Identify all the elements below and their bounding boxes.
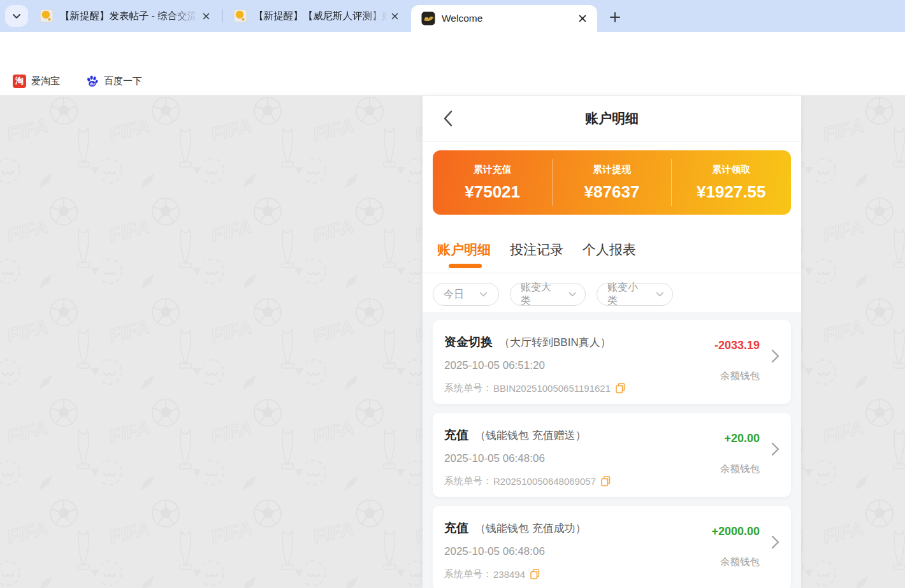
tab-close-button[interactable] [199, 9, 213, 23]
browser-toolbar: 175616.cc/reports/index [0, 32, 905, 67]
summary-label: 累计充值 [474, 164, 512, 176]
transaction-subtitle: （大厅转到BBIN真人） [499, 335, 611, 350]
wallet-label: 余额钱包 [720, 463, 760, 476]
copy-icon[interactable] [616, 383, 625, 394]
browser-tab-bar: 【新提醒】发表帖子 - 综合交流 【新提醒】【威尼斯人评测】娱 [0, 0, 905, 32]
taobao-icon: 淘 [13, 75, 26, 88]
browser-tab-2[interactable]: 【新提醒】【威尼斯人评测】娱 [226, 0, 409, 32]
bookmark-label: 百度一下 [104, 75, 142, 87]
tab-title: 【新提醒】【威尼斯人评测】娱 [254, 10, 387, 23]
chevron-right-icon[interactable] [771, 535, 779, 549]
summary-divider [552, 159, 553, 206]
divider [423, 141, 801, 142]
transaction-row[interactable]: 充值 （钱能钱包 充值赠送） 2025-10-05 06:48:06 系统单号：… [433, 413, 791, 497]
transaction-amount: -2033.19 [714, 339, 760, 352]
summary-card: 累计充值 ¥75021 累计提现 ¥87637 累计领取 ¥1927.55 [433, 150, 791, 215]
transaction-datetime: 2025-10-05 06:48:06 [444, 452, 545, 465]
svg-text:du: du [90, 81, 95, 85]
gold-dragon-favicon [421, 11, 435, 25]
page-title: 账户明细 [423, 96, 801, 141]
summary-divider [671, 159, 672, 206]
bookmark-baidu[interactable]: du 百度一下 [82, 72, 146, 90]
tab-close-button[interactable] [576, 11, 590, 25]
active-tab-underline [449, 264, 482, 268]
summary-value: ¥87637 [584, 182, 640, 202]
transaction-row[interactable]: 资金切换 （大厅转到BBIN真人） 2025-10-05 06:51:20 系统… [433, 320, 791, 404]
summary-total-claim: 累计领取 ¥1927.55 [672, 150, 791, 215]
chevron-left-icon [443, 110, 453, 127]
wallet-label: 余额钱包 [720, 556, 760, 569]
copy-icon[interactable] [601, 476, 611, 487]
order-number: R202510050648069057 [493, 476, 596, 487]
transaction-subtitle: （钱能钱包 充值赠送） [475, 428, 586, 443]
chevron-right-icon[interactable] [771, 442, 779, 456]
tab-title: 【新提醒】发表帖子 - 综合交流 [60, 10, 197, 23]
order-label: 系统单号： [444, 568, 492, 580]
bookmark-aitaobao[interactable]: 淘 爱淘宝 [9, 72, 64, 90]
transaction-type: 充值 [444, 427, 468, 443]
tab-personal-report[interactable]: 个人报表 [583, 241, 636, 259]
tab-bet-records[interactable]: 投注记录 [510, 241, 563, 259]
tab-separator [222, 10, 222, 22]
order-label: 系统单号： [444, 382, 492, 394]
close-icon [203, 13, 210, 20]
transaction-row[interactable]: 充值 （钱能钱包 充值成功） 2025-10-05 06:48:06 系统单号：… [433, 506, 791, 588]
divider [423, 273, 801, 273]
transaction-amount: +20.00 [724, 432, 760, 445]
summary-total-recharge: 累计充值 ¥75021 [433, 150, 552, 215]
bookmark-label: 爱淘宝 [31, 75, 60, 87]
filter-row: 今日 账变大类 账变小类 [433, 283, 673, 306]
plus-icon [610, 12, 620, 22]
tab-title: Welcome [442, 13, 482, 24]
transaction-type: 资金切换 [444, 334, 493, 350]
tab-search-button[interactable] [5, 5, 28, 27]
bookmarks-bar: 淘 爱淘宝 du 百度一下 [0, 67, 905, 96]
chevron-down-icon [479, 292, 488, 297]
browser-tab-active[interactable]: Welcome [411, 5, 597, 32]
filter-date-dropdown[interactable]: 今日 [433, 283, 499, 306]
wallet-label: 余额钱包 [720, 369, 760, 383]
page-back-button[interactable] [439, 110, 457, 127]
summary-value: ¥1927.55 [697, 182, 765, 202]
forum-favicon [233, 9, 247, 23]
tab-close-button[interactable] [387, 9, 402, 23]
transaction-datetime: 2025-10-05 06:48:06 [444, 545, 545, 558]
transaction-subtitle: （钱能钱包 充值成功） [475, 521, 586, 536]
filter-minor-category-dropdown[interactable]: 账变小类 [597, 283, 673, 306]
order-number: BBIN202510050651191621 [493, 383, 611, 394]
tab-account-detail[interactable]: 账户明细 [437, 241, 491, 259]
transaction-amount: +2000.00 [711, 525, 760, 538]
account-detail-panel: 账户明细 累计充值 ¥75021 累计提现 ¥87637 累计领取 ¥1927.… [423, 96, 801, 588]
new-tab-button[interactable] [604, 6, 626, 28]
close-icon [579, 15, 586, 22]
browser-tab-1[interactable]: 【新提醒】发表帖子 - 综合交流 [33, 0, 221, 32]
copy-icon[interactable] [530, 569, 540, 580]
chevron-down-icon [656, 292, 664, 297]
transaction-type: 充值 [444, 520, 468, 536]
summary-value: ¥75021 [465, 182, 520, 202]
report-tabs: 账户明细 投注记录 个人报表 [437, 241, 636, 259]
summary-total-withdraw: 累计提现 ¥87637 [552, 150, 671, 215]
filter-label: 账变大类 [521, 281, 560, 308]
transaction-datetime: 2025-10-05 06:51:20 [444, 359, 545, 372]
filter-label: 今日 [444, 288, 464, 301]
filter-major-category-dropdown[interactable]: 账变大类 [510, 283, 586, 306]
summary-label: 累计提现 [593, 164, 631, 176]
summary-label: 累计领取 [712, 164, 750, 176]
forum-favicon [40, 9, 54, 23]
filter-label: 账变小类 [607, 281, 647, 308]
chevron-down-icon [568, 292, 576, 297]
baidu-paw-icon: du [85, 75, 99, 88]
order-label: 系统单号： [444, 475, 492, 487]
close-icon [391, 13, 398, 20]
order-number: 238494 [493, 569, 525, 580]
chevron-right-icon[interactable] [771, 349, 779, 363]
chevron-down-icon [12, 13, 21, 19]
